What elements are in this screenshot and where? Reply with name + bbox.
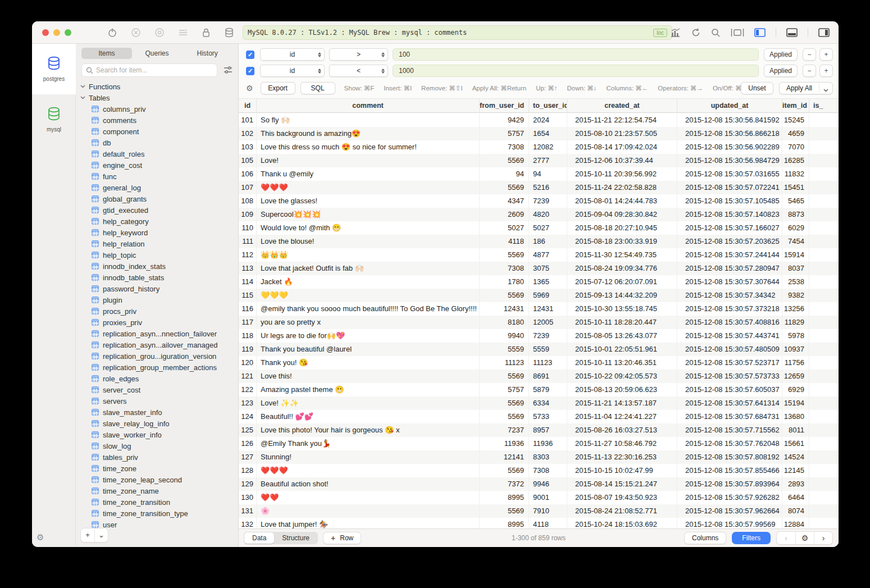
- table-row[interactable]: 105Love!556927772015-12-06 10:37:39.4420…: [239, 154, 839, 167]
- sidebar-table-item[interactable]: innodb_index_stats: [76, 261, 238, 272]
- database-icon[interactable]: [224, 28, 234, 38]
- table-row[interactable]: 128❤️❤️❤️556973082015-10-15 10:02:47.992…: [239, 464, 839, 477]
- filter-applied-button[interactable]: Applied: [764, 48, 798, 61]
- sidebar-table-item[interactable]: innodb_table_stats: [76, 272, 238, 283]
- column-header-created-at[interactable]: created_at: [567, 99, 677, 112]
- search-input[interactable]: [96, 66, 213, 74]
- sidebar-table-item[interactable]: help_category: [76, 216, 238, 227]
- sidebar-table-item[interactable]: time_zone_leap_second: [76, 474, 238, 485]
- sidebar-table-item[interactable]: slave_worker_info: [76, 429, 238, 440]
- sidebar-table-item[interactable]: replication_group_member_actions: [76, 362, 238, 373]
- settings-gear-icon[interactable]: ⚙: [37, 532, 44, 543]
- connection-postgres[interactable]: postgres: [32, 44, 76, 94]
- tree-group-tables[interactable]: Tables: [76, 92, 238, 103]
- table-row[interactable]: 118Ur legs are to die for🙌💖994072392015-…: [239, 329, 839, 343]
- table-row[interactable]: 111Love the blouse!41181862015-08-18 23:…: [239, 235, 839, 248]
- table-row[interactable]: 101So fly 🙌🏻942920242015-11-21 22:12:54.…: [239, 113, 839, 127]
- export-button[interactable]: Export: [261, 82, 295, 94]
- table-row[interactable]: 123Love! ✨✨556963342015-11-21 14:13:57.1…: [239, 396, 839, 410]
- filter-operator-select[interactable]: >: [329, 48, 388, 61]
- table-row[interactable]: 122Amazing pastel theme 😬575758792015-08…: [239, 383, 839, 396]
- sidebar-table-item[interactable]: help_keyword: [76, 227, 238, 238]
- tab-queries[interactable]: Queries: [132, 48, 183, 59]
- column-header-from-user-id[interactable]: from_user_id: [480, 99, 529, 112]
- table-row[interactable]: 115💛💛💛556959692015-09-13 14:44:32.209201…: [239, 289, 839, 302]
- table-row[interactable]: 119Thank you beautiful @laurel5559555920…: [239, 343, 839, 356]
- sql-button[interactable]: SQL: [300, 82, 335, 94]
- sidebar-table-item[interactable]: tables_priv: [76, 452, 238, 463]
- center-panel-icon[interactable]: [731, 28, 744, 37]
- connect-icon[interactable]: [107, 28, 117, 38]
- remove-filter-button[interactable]: −: [803, 48, 816, 61]
- sidebar-table-item[interactable]: columns_priv: [76, 103, 238, 115]
- toggle-bottom-panel-icon[interactable]: [786, 28, 798, 37]
- tab-data[interactable]: Data: [244, 532, 274, 544]
- column-header-updated-at[interactable]: updated_at: [677, 99, 782, 112]
- tab-history[interactable]: History: [182, 48, 233, 59]
- sidebar-table-item[interactable]: slave_relay_log_info: [76, 418, 238, 429]
- connection-mysql[interactable]: mysql: [32, 94, 76, 145]
- filter-applied-button[interactable]: Applied: [764, 65, 798, 77]
- table-row[interactable]: 127Stunning!1214183032015-11-13 22:30:16…: [239, 450, 839, 464]
- sidebar-table-item[interactable]: proxies_priv: [76, 317, 238, 328]
- toggle-left-panel-icon[interactable]: [754, 28, 766, 37]
- prev-page-button[interactable]: ‹: [777, 532, 795, 544]
- table-row[interactable]: 129Beautiful action shot!737299462015-08…: [239, 477, 839, 491]
- next-page-button[interactable]: ›: [814, 532, 832, 544]
- table-row[interactable]: 112👑👑👑556948772015-11-30 12:54:49.735201…: [239, 248, 839, 262]
- add-filter-button[interactable]: +: [819, 48, 833, 61]
- lock-icon[interactable]: [202, 28, 211, 38]
- apply-all-button[interactable]: Apply All: [779, 82, 833, 94]
- tab-structure[interactable]: Structure: [274, 532, 317, 544]
- sidebar-table-item[interactable]: func: [76, 171, 238, 182]
- table-row[interactable]: 117you are so pretty x8180120052015-10-1…: [239, 316, 839, 329]
- sidebar-table-item[interactable]: global_grants: [76, 193, 238, 204]
- add-row-button[interactable]: + Row: [323, 532, 361, 544]
- sidebar-table-item[interactable]: slave_master_info: [76, 407, 238, 418]
- filter-enabled-checkbox[interactable]: ✓: [246, 51, 254, 59]
- filter-operator-select[interactable]: <: [329, 65, 388, 77]
- sidebar-table-item[interactable]: time_zone_transition_type: [76, 508, 238, 519]
- tab-items[interactable]: Items: [81, 48, 132, 59]
- filter-value-input[interactable]: [393, 65, 759, 77]
- sidebar-table-item[interactable]: server_cost: [76, 384, 238, 395]
- sidebar-table-item[interactable]: comments: [76, 115, 238, 126]
- sidebar-table-item[interactable]: help_topic: [76, 249, 238, 261]
- zoom-window-button[interactable]: [65, 29, 71, 36]
- sidebar-table-item[interactable]: time_zone: [76, 463, 238, 474]
- chevron-down-icon[interactable]: [819, 84, 832, 92]
- column-header-item-id[interactable]: item_id: [782, 99, 809, 112]
- table-row[interactable]: 109Supercool💥💥💥260948202015-09-04 09:28:…: [239, 208, 839, 221]
- table-row[interactable]: 102This background is amazing😍5757165420…: [239, 127, 839, 140]
- table-row[interactable]: 130❤️❤️899590012015-08-07 19:43:50.92320…: [239, 491, 839, 504]
- table-row[interactable]: 125Love this photo! Your hair is gorgeou…: [239, 423, 839, 437]
- table-row[interactable]: 103Love this dress so much 😍 so nice for…: [239, 140, 839, 154]
- sidebar-table-item[interactable]: time_zone_name: [76, 485, 238, 496]
- item-search[interactable]: [81, 63, 217, 77]
- columns-button[interactable]: Columns: [684, 532, 726, 544]
- table-row[interactable]: 121Love this!556986912015-10-22 09:42:05…: [239, 370, 839, 383]
- sidebar-table-item[interactable]: replication_asyn...ailover_managed: [76, 339, 238, 350]
- refresh-icon[interactable]: [691, 28, 701, 38]
- column-header-to-user-id[interactable]: to_user_id: [529, 99, 567, 112]
- filter-sliders-icon[interactable]: [224, 66, 233, 74]
- table-row[interactable]: 110Would love to! @mith 😁502750272015-08…: [239, 221, 839, 235]
- table-row[interactable]: 106Thank u @emily94942015-10-11 20:39:56…: [239, 167, 839, 181]
- column-header-comment[interactable]: comment: [257, 99, 480, 112]
- table-row[interactable]: 107❤️❤️❤️556952162015-11-24 22:02:58.828…: [239, 181, 839, 194]
- sidebar-table-item[interactable]: db: [76, 137, 238, 148]
- table-row[interactable]: 114Jacket 🔥178013652015-07-12 06:20:07.0…: [239, 275, 839, 289]
- add-item-button[interactable]: +: [81, 528, 94, 542]
- filter-value-input[interactable]: [393, 48, 759, 61]
- sidebar-table-item[interactable]: plugin: [76, 294, 238, 306]
- page-settings-gear-icon[interactable]: ⚙: [795, 532, 814, 544]
- sidebar-table-item[interactable]: password_history: [76, 283, 238, 294]
- table-row[interactable]: 126@Emily Thank you💃11936119362015-11-27…: [239, 437, 839, 450]
- column-header-id[interactable]: id: [239, 99, 257, 112]
- add-item-chevron-button[interactable]: ⌄: [94, 528, 108, 542]
- table-row[interactable]: 116@emily thank you soooo much beautiful…: [239, 302, 839, 316]
- sidebar-table-item[interactable]: replication_asyn...nnection_failover: [76, 328, 238, 339]
- filter-settings-gear-icon[interactable]: ⚙: [246, 84, 253, 93]
- unset-button[interactable]: Unset: [741, 82, 773, 94]
- sidebar-table-item[interactable]: slow_log: [76, 440, 238, 452]
